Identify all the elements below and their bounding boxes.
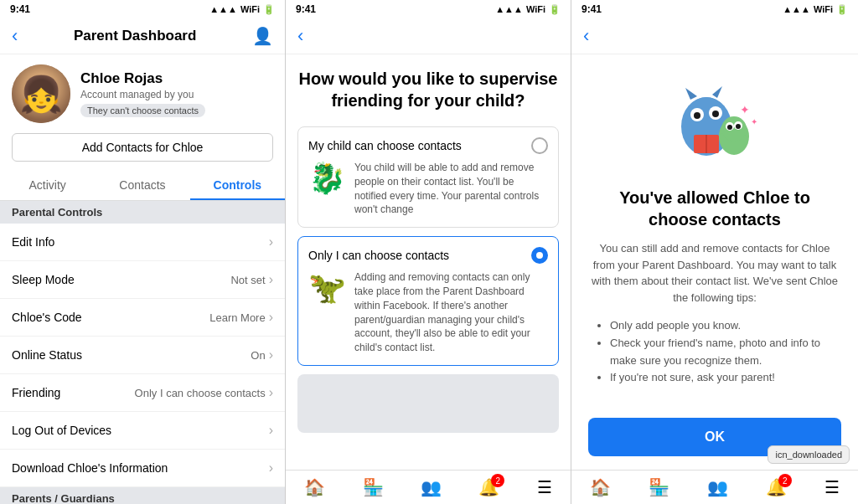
bottom-nav-contacts-2[interactable]: 👥 — [421, 477, 442, 497]
status-time-1: 9:41 — [10, 3, 30, 15]
avatar-image — [12, 64, 70, 123]
back-button-1[interactable]: ‹ — [12, 25, 18, 47]
bottom-nav-notifications-2[interactable]: 🔔 2 — [478, 477, 499, 497]
option2-radio[interactable] — [531, 247, 548, 264]
bottom-nav-store-2[interactable]: 🏪 — [363, 477, 384, 497]
option2-body: 🦖 Adding and removing contacts can only … — [308, 270, 548, 355]
status-time-3: 9:41 — [581, 3, 602, 15]
status-bar-2: 9:41 ▲▲▲ WiFi 🔋 — [286, 0, 571, 18]
signal-icon: ▲▲▲ — [209, 4, 237, 14]
panel2-heading: How would you like to supervise friendin… — [297, 68, 559, 111]
svg-point-4 — [694, 112, 700, 119]
bottom-nav-2: 🏠 🏪 👥 🔔 2 ☰ — [286, 470, 571, 504]
svg-point-5 — [712, 111, 719, 117]
option1-radio[interactable] — [531, 137, 548, 154]
panel-1: 9:41 ▲▲▲ WiFi 🔋 ‹ Parent Dashboard 👤 Chl… — [0, 0, 286, 504]
menu-online-status[interactable]: Online Status On › — [0, 337, 285, 374]
tabs: Activity Contacts Controls — [0, 170, 285, 201]
menu-right-online: On › — [251, 347, 273, 363]
menu-label-logout: Log Out of Devices — [12, 424, 111, 437]
status-bar-1: 9:41 ▲▲▲ WiFi 🔋 — [0, 0, 285, 18]
battery-icon: 🔋 — [263, 4, 275, 15]
bottom-nav-home-3[interactable]: 🏠 — [590, 477, 611, 497]
profile-name: Chloe Rojas — [80, 70, 273, 87]
menu-log-out[interactable]: Log Out of Devices › — [0, 412, 285, 450]
panel2-main: How would you like to supervise friendin… — [286, 54, 571, 470]
status-icons-2: ▲▲▲ WiFi 🔋 — [495, 4, 561, 15]
chevron-download: › — [269, 460, 273, 476]
sleep-mode-value: Not set — [230, 274, 265, 286]
wifi-icon: WiFi — [240, 4, 260, 14]
svg-point-9 — [721, 116, 747, 141]
panel3-main: ✦ ✦ You've allowed Chloe to choose conta… — [571, 54, 858, 470]
menu-right-sleep: Not set › — [230, 272, 273, 287]
profile-badge: They can't choose contacts — [80, 104, 205, 117]
notification-badge-2: 2 — [491, 474, 504, 487]
wifi-icon-2: WiFi — [526, 4, 545, 14]
signal-icon-3: ▲▲▲ — [783, 4, 810, 14]
online-value: On — [251, 349, 265, 362]
page-title-1: Parent Dashboard — [74, 28, 196, 44]
menu-right-code: Learn More › — [209, 310, 273, 325]
svg-point-12 — [727, 125, 732, 130]
back-button-3[interactable]: ‹ — [583, 25, 589, 47]
option1-header: My child can choose contacts — [308, 137, 548, 154]
option2-desc: Adding and removing contacts can only ta… — [354, 270, 548, 355]
svg-marker-6 — [685, 88, 697, 100]
menu-label-sleep-mode: Sleep Mode — [12, 273, 75, 286]
menu-friending[interactable]: Friending Only I can choose contacts › — [0, 374, 285, 412]
svg-text:✦: ✦ — [740, 103, 750, 116]
battery-icon-3: 🔋 — [836, 4, 848, 15]
option2-label: Only I can choose contacts — [308, 249, 449, 262]
friending-value: Only I can choose contacts — [135, 387, 266, 399]
menu-download-info[interactable]: Download Chloe's Information › — [0, 450, 285, 487]
chevron-sleep: › — [269, 272, 273, 287]
panel-2: 9:41 ▲▲▲ WiFi 🔋 ‹ How would you like to … — [286, 0, 571, 504]
status-icons-3: ▲▲▲ WiFi 🔋 — [783, 4, 848, 15]
bottom-nav-menu-2[interactable]: ☰ — [537, 477, 552, 497]
option-parent-choose[interactable]: Only I can choose contacts 🦖 Adding and … — [297, 236, 559, 366]
section-header-parental: Parental Controls — [0, 201, 285, 224]
bottom-nav-notifications-3[interactable]: 🔔 2 — [766, 477, 787, 497]
menu-sleep-mode[interactable]: Sleep Mode Not set › — [0, 261, 285, 299]
bottom-nav-menu-3[interactable]: ☰ — [824, 477, 840, 497]
menu-label-chloes-code: Chloe's Code — [12, 311, 82, 324]
panel3-mascot: ✦ ✦ — [660, 76, 769, 173]
option-child-choose[interactable]: My child can choose contacts 🐉 You child… — [297, 126, 559, 228]
bottom-nav-home-2[interactable]: 🏠 — [304, 477, 325, 497]
option1-label: My child can choose contacts — [308, 139, 462, 152]
chevron-online: › — [269, 347, 273, 363]
option2-mascot: 🦖 — [308, 270, 346, 306]
add-contacts-button[interactable]: Add Contacts for Chloe — [12, 133, 273, 162]
nav-bar-3: ‹ — [571, 18, 858, 54]
profile-info: Chloe Rojas Account managed by you They … — [80, 70, 273, 117]
tips-list: Only add people you know. Check your fri… — [588, 317, 841, 387]
chevron-edit-info: › — [269, 234, 273, 249]
menu-label-download: Download Chloe's Information — [12, 461, 168, 475]
tab-controls[interactable]: Controls — [190, 170, 285, 200]
notification-badge-3: 2 — [778, 474, 792, 487]
menu-label-edit-info: Edit Info — [12, 235, 54, 249]
menu-edit-info[interactable]: Edit Info › — [0, 224, 285, 261]
tip-1: Only add people you know. — [610, 317, 833, 335]
battery-icon-2: 🔋 — [549, 4, 561, 15]
status-icons-1: ▲▲▲ WiFi 🔋 — [209, 4, 275, 15]
tab-contacts[interactable]: Contacts — [95, 170, 189, 200]
menu-chloes-code[interactable]: Chloe's Code Learn More › — [0, 299, 285, 337]
back-button-2[interactable]: ‹ — [297, 25, 303, 47]
downloaded-badge: icn_downloaded — [768, 445, 850, 464]
tip-2: Check your friend's name, photo and info… — [610, 335, 833, 370]
svg-text:✦: ✦ — [751, 117, 757, 126]
option1-desc: You child will be able to add and remove… — [354, 161, 548, 217]
section-header-parents: Parents / Guardians — [0, 487, 285, 504]
status-bar-3: 9:41 ▲▲▲ WiFi 🔋 — [571, 0, 858, 18]
chevron-friending: › — [269, 385, 273, 400]
bottom-nav-store-3[interactable]: 🏪 — [649, 477, 669, 497]
tab-activity[interactable]: Activity — [0, 170, 95, 200]
bottom-nav-contacts-3[interactable]: 👥 — [707, 477, 728, 497]
profile-section: Chloe Rojas Account managed by you They … — [0, 54, 285, 133]
option1-mascot: 🐉 — [308, 161, 346, 196]
profile-icon-1[interactable]: 👤 — [252, 26, 273, 46]
signal-icon-2: ▲▲▲ — [495, 4, 523, 14]
chevron-code: › — [269, 310, 273, 325]
